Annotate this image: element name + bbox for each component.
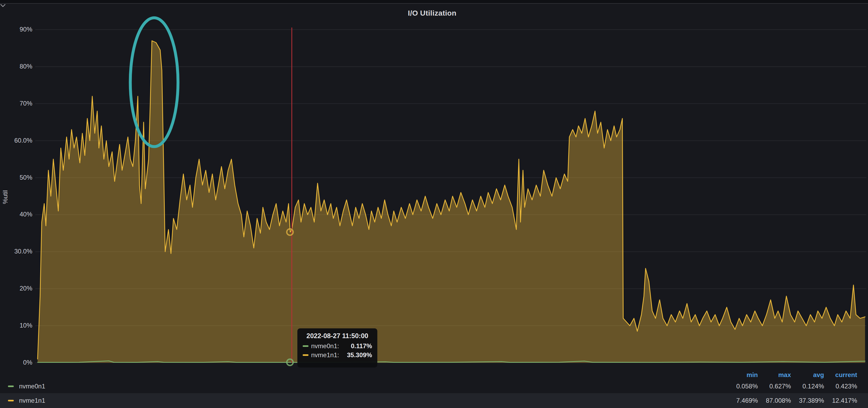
- legend-max-value: 87.008%: [758, 397, 791, 404]
- legend-current-value: 12.417%: [824, 397, 857, 404]
- legend-current-value: 0.423%: [824, 383, 857, 390]
- tooltip-series-label: nvme1n1:: [311, 351, 339, 359]
- legend-avg-value: 37.389%: [791, 397, 824, 404]
- series-color-dash: [303, 354, 309, 356]
- legend: min max avg current nvme0n1 0.058% 0.627…: [0, 370, 868, 408]
- tooltip-series-value: 35.309%: [347, 351, 372, 359]
- tooltip-timestamp: 2022-08-27 11:50:00: [303, 332, 372, 340]
- tooltip-series-label: nvme0n1:: [311, 342, 339, 350]
- legend-series-label[interactable]: nvme1n1: [19, 397, 45, 404]
- legend-max-value: 0.627%: [758, 383, 791, 390]
- legend-column-avg[interactable]: avg: [791, 371, 824, 379]
- legend-column-current[interactable]: current: [824, 371, 857, 379]
- plot-area[interactable]: [0, 0, 868, 408]
- legend-series-name[interactable]: nvme1n1: [8, 397, 725, 404]
- legend-column-max[interactable]: max: [758, 371, 791, 379]
- legend-series-label[interactable]: nvme0n1: [19, 383, 45, 390]
- legend-row-nvme1n1[interactable]: nvme1n1 7.469% 87.008% 37.389% 12.417%: [0, 393, 868, 408]
- tooltip-series-value: 0.117%: [351, 342, 372, 350]
- tooltip-row-nvme1n1: nvme1n1: 35.309%: [303, 351, 372, 359]
- legend-column-min[interactable]: min: [725, 371, 758, 379]
- legend-min-value: 0.058%: [725, 383, 758, 390]
- legend-row-nvme0n1[interactable]: nvme0n1 0.058% 0.627% 0.124% 0.423%: [0, 379, 868, 393]
- chart-tooltip: 2022-08-27 11:50:00 nvme0n1: 0.117% nvme…: [298, 328, 377, 368]
- grafana-panel: I/O Utilization %util 0%10%20%30.0%40%50…: [0, 0, 868, 408]
- legend-min-value: 7.469%: [725, 397, 758, 404]
- legend-series-name[interactable]: nvme0n1: [8, 383, 725, 390]
- series-color-dash: [8, 400, 14, 401]
- io-utilization-chart[interactable]: [0, 0, 868, 408]
- legend-avg-value: 0.124%: [791, 383, 824, 390]
- series-color-dash: [8, 385, 14, 387]
- legend-header-row: min max avg current: [0, 370, 868, 379]
- tooltip-row-nvme0n1: nvme0n1: 0.117%: [303, 342, 372, 350]
- series-color-dash: [303, 345, 309, 347]
